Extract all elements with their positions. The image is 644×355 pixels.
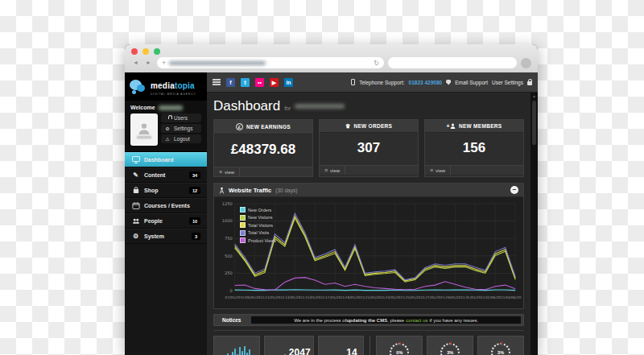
contact-us-link[interactable]: contact us: [406, 318, 427, 323]
x-tick-label: 13/05/2015: [285, 295, 305, 299]
main-content: Dashboard for £ NEW EARNINGS £48379.68: [207, 93, 530, 355]
lock-icon: [527, 81, 532, 85]
radial-gauge: 3%: [491, 343, 510, 355]
monitor-icon: [131, 156, 140, 163]
browser-profile-button[interactable]: [521, 58, 531, 68]
maximize-window-button[interactable]: [154, 48, 160, 55]
gauge-card-1[interactable]: 0%: [376, 336, 423, 355]
twitter-icon[interactable]: t: [241, 78, 250, 87]
radial-gauge: 0%: [390, 343, 409, 355]
x-tick-label: 07/05/2015: [225, 295, 245, 299]
facebook-icon[interactable]: f: [226, 78, 235, 87]
redacted-url: [169, 61, 266, 65]
legend-item: New Orders: [240, 207, 276, 213]
search-input[interactable]: [388, 57, 517, 68]
flickr-icon[interactable]: ••: [255, 78, 264, 87]
sidebar-item-courses-events[interactable]: Courses / Events: [125, 198, 207, 213]
notices-label: Notices: [214, 315, 249, 325]
welcome-label: Welcome: [130, 105, 155, 110]
scrollbar-thumb[interactable]: [532, 101, 536, 145]
logout-link[interactable]: ⚠ Logout: [161, 134, 201, 143]
x-tick-label: 27/05/2015: [425, 295, 445, 299]
list-icon: ≡: [219, 169, 222, 175]
legend-label: New Visitors: [248, 215, 272, 220]
sidebar-item-content[interactable]: ✎ Content 34: [125, 167, 207, 183]
view-earnings-button[interactable]: ≡ view: [214, 167, 240, 176]
address-bar[interactable]: + ↻: [157, 57, 384, 68]
phone-icon: [351, 79, 355, 85]
y-tick-label: 0: [229, 288, 232, 293]
collapse-panel-button[interactable]: −: [510, 186, 518, 194]
back-icon[interactable]: ◄: [131, 58, 140, 68]
legend-label: Total Visits: [248, 230, 269, 235]
people-count-badge: 10: [189, 217, 200, 225]
orders-counter-card[interactable]: 2047: [264, 336, 314, 355]
traffic-histogram-card[interactable]: [213, 336, 260, 355]
new-orders-value: 307: [320, 133, 418, 165]
scroll-up-icon[interactable]: ▴: [533, 93, 535, 99]
legend-swatch: [240, 230, 246, 236]
new-earnings-card: £ NEW EARNINGS £48379.68 ≡ view: [213, 119, 313, 177]
redacted-avatar-caption: [137, 136, 151, 138]
y-tick-label: 1250: [222, 201, 233, 206]
x-tick-label: 02/06/2015: [485, 295, 506, 299]
x-tick-label: 15/05/2015: [305, 295, 325, 299]
x-tick-label: 11/05/2015: [265, 295, 285, 299]
bar-sparkline: [220, 343, 253, 355]
x-tick-label: 31/05/2015: [465, 295, 485, 299]
phone-number[interactable]: 01823 429080: [409, 80, 443, 85]
x-tick-label: 25/05/2015: [406, 295, 426, 299]
shopping-bag-icon: [131, 187, 140, 194]
menu-toggle-icon[interactable]: [213, 79, 221, 85]
logout-icon: ⚠: [164, 136, 171, 142]
legend-swatch: [240, 237, 246, 243]
content-count-badge: 34: [189, 171, 200, 179]
user-settings-link[interactable]: User Settings: [492, 80, 523, 85]
notices-bar: Notices We are in the process of updatin…: [213, 314, 524, 326]
add-tab-icon[interactable]: +: [162, 59, 166, 67]
view-orders-button[interactable]: ≡ view: [320, 166, 345, 175]
close-window-button[interactable]: [131, 48, 138, 55]
stat-cards-row: £ NEW EARNINGS £48379.68 ≡ view: [213, 119, 524, 177]
avatar[interactable]: [130, 114, 158, 146]
redacted-site-name: [295, 104, 345, 109]
page-title-suffix: for: [284, 105, 291, 111]
transparency-checkerboard-background: ◄ ► + ↻ mediatopia DIGITAL MEDIA: [0, 0, 644, 355]
sidebar-item-people[interactable]: People 10: [125, 213, 207, 229]
new-members-value: 156: [425, 133, 523, 165]
chart-legend: New OrdersNew VisitorsTotal VisitorsTota…: [240, 207, 276, 243]
users-link[interactable]: Users: [161, 114, 201, 122]
y-tick-label: 750: [225, 236, 233, 241]
gauge-card-2[interactable]: 3%: [427, 336, 473, 355]
panel-subtitle: (30 days): [275, 188, 297, 193]
counter-value: 14: [346, 347, 357, 355]
person-icon: [138, 122, 151, 134]
youtube-icon[interactable]: ▶: [270, 78, 279, 87]
dashboard-app: mediatopia DIGITAL MEDIA AGENCY Welcome: [125, 72, 538, 355]
legend-swatch: [240, 207, 246, 213]
linkedin-icon[interactable]: in: [284, 78, 293, 87]
legend-swatch: [240, 215, 246, 221]
people-icon: [131, 217, 140, 225]
list-icon: ≡: [324, 167, 328, 173]
settings-link[interactable]: ⚙ Settings: [161, 124, 201, 133]
refresh-icon[interactable]: ↻: [374, 60, 379, 67]
forward-icon[interactable]: ►: [144, 58, 153, 68]
alerts-counter-card[interactable]: 14: [318, 336, 365, 355]
email-support-link[interactable]: Email Support: [455, 80, 488, 85]
calendar-icon: [131, 202, 140, 209]
welcome-section: Welcome Users: [125, 101, 207, 152]
app-logo[interactable]: mediatopia DIGITAL MEDIA AGENCY: [125, 72, 207, 101]
minimize-window-button[interactable]: [142, 48, 149, 55]
antenna-icon: [219, 187, 225, 194]
page-scrollbar[interactable]: ▴: [530, 93, 538, 355]
gauge-card-3[interactable]: 3%: [477, 336, 524, 355]
gear-icon: ⚙: [164, 126, 171, 131]
bar-sparkline: [324, 343, 343, 355]
sidebar-item-shop[interactable]: Shop 12: [125, 183, 207, 198]
legend-item: Product Views: [240, 237, 276, 243]
sidebar-item-dashboard[interactable]: Dashboard: [125, 152, 207, 167]
view-members-button[interactable]: ≡ view: [425, 166, 451, 175]
sidebar-item-system[interactable]: ⚙ System 3: [125, 229, 207, 244]
gears-icon: ⚙: [131, 233, 140, 240]
